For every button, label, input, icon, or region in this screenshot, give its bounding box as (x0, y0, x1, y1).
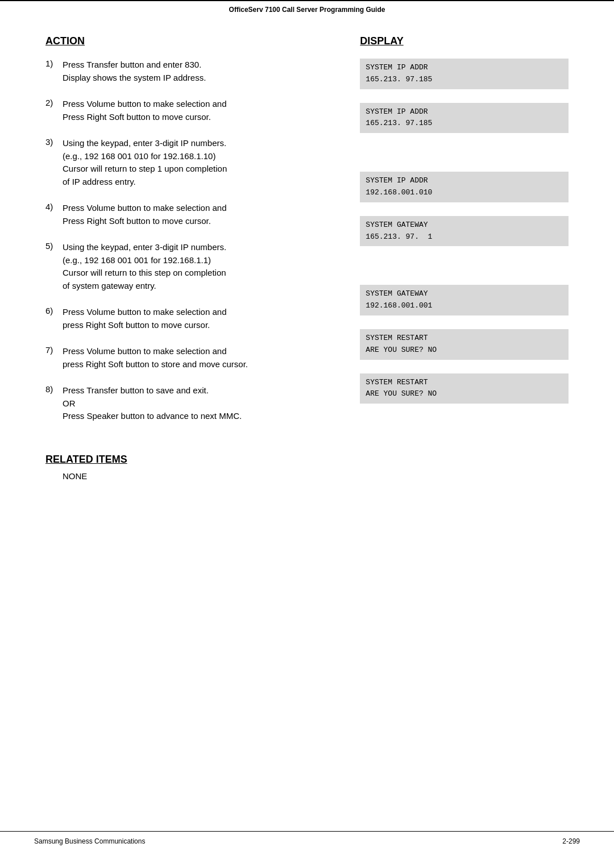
action-item: 8)Press Transfer button to save and exit… (45, 384, 337, 423)
display-group: SYSTEM GATEWAY165.213. 97. 1 (360, 216, 569, 247)
display-header: DISPLAY (360, 35, 569, 47)
related-items-content: NONE (45, 471, 569, 481)
action-item: 6)Press Volume button to make selection … (45, 306, 337, 331)
action-number: 4) (45, 202, 63, 211)
display-box: SYSTEM IP ADDR165.213. 97.185 (360, 103, 569, 134)
display-box: SYSTEM IP ADDR192.168.001.010 (360, 172, 569, 202)
display-group: SYSTEM RESTARTARE YOU SURE? NO (360, 329, 569, 360)
display-group: SYSTEM IP ADDR165.213. 97.185 (360, 59, 569, 89)
display-group: SYSTEM IP ADDR165.213. 97.185 (360, 103, 569, 134)
display-box-line: SYSTEM GATEWAY (366, 219, 563, 231)
display-box-line: 192.168.001.010 (366, 187, 563, 199)
main-content: ACTION 1)Press Transfer button and enter… (0, 18, 614, 526)
display-spacer (360, 147, 569, 172)
action-text: Press Volume button to make selection an… (63, 202, 227, 227)
display-box-line: SYSTEM GATEWAY (366, 288, 563, 300)
display-box-line: ARE YOU SURE? NO (366, 344, 563, 356)
display-box-line: SYSTEM RESTART (366, 333, 563, 344)
action-header: ACTION (45, 35, 337, 47)
display-group: SYSTEM GATEWAY192.168.001.001 (360, 285, 569, 315)
action-item: 1)Press Transfer button and enter 830.Di… (45, 59, 337, 84)
display-box: SYSTEM IP ADDR165.213. 97.185 (360, 59, 569, 89)
action-text: Press Volume button to make selection an… (63, 345, 248, 371)
display-box: SYSTEM GATEWAY165.213. 97. 1 (360, 216, 569, 247)
action-list: 1)Press Transfer button and enter 830.Di… (45, 59, 337, 423)
action-number: 2) (45, 98, 63, 107)
action-column: ACTION 1)Press Transfer button and enter… (45, 35, 337, 437)
action-text: Press Volume button to make selection an… (63, 98, 227, 123)
action-item: 5)Using the keypad, enter 3-digit IP num… (45, 241, 337, 292)
footer-left: Samsung Business Communications (34, 837, 145, 845)
header-title: OfficeServ 7100 Call Server Programming … (229, 6, 385, 14)
action-text: Using the keypad, enter 3-digit IP numbe… (63, 241, 226, 292)
display-box: SYSTEM RESTARTARE YOU SURE? NO (360, 373, 569, 404)
action-item: 4)Press Volume button to make selection … (45, 202, 337, 227)
action-item: 7)Press Volume button to make selection … (45, 345, 337, 371)
action-text: Press Volume button to make selection an… (63, 306, 227, 331)
page-header: OfficeServ 7100 Call Server Programming … (0, 0, 614, 18)
action-number: 6) (45, 306, 63, 315)
display-boxes: SYSTEM IP ADDR165.213. 97.185SYSTEM IP A… (360, 59, 569, 417)
action-number: 7) (45, 345, 63, 355)
display-box-line: 165.213. 97. 1 (366, 231, 563, 243)
display-column: DISPLAY SYSTEM IP ADDR165.213. 97.185SYS… (360, 35, 569, 417)
action-item: 3)Using the keypad, enter 3-digit IP num… (45, 137, 337, 188)
action-text: Press Transfer button to save and exit.O… (63, 384, 242, 423)
display-group: SYSTEM RESTARTARE YOU SURE? NO (360, 373, 569, 404)
action-number: 5) (45, 241, 63, 251)
action-text: Press Transfer button and enter 830.Disp… (63, 59, 206, 84)
display-box-line: SYSTEM IP ADDR (366, 106, 563, 118)
action-text: Using the keypad, enter 3-digit IP numbe… (63, 137, 227, 188)
related-items-section: RELATED ITEMS NONE (45, 454, 569, 481)
related-items-title: RELATED ITEMS (45, 454, 569, 466)
display-box-line: 192.168.001.001 (366, 300, 563, 312)
display-spacer (360, 260, 569, 285)
page-footer: Samsung Business Communications 2-299 (0, 831, 614, 851)
display-box: SYSTEM GATEWAY192.168.001.001 (360, 285, 569, 315)
display-box-line: SYSTEM IP ADDR (366, 62, 563, 74)
display-box-line: ARE YOU SURE? NO (366, 388, 563, 400)
display-box: SYSTEM RESTARTARE YOU SURE? NO (360, 329, 569, 360)
display-box-line: SYSTEM IP ADDR (366, 175, 563, 187)
action-number: 3) (45, 137, 63, 147)
display-box-line: SYSTEM RESTART (366, 377, 563, 389)
two-column-layout: ACTION 1)Press Transfer button and enter… (45, 35, 569, 437)
footer-right: 2-299 (562, 837, 580, 845)
display-box-line: 165.213. 97.185 (366, 74, 563, 86)
action-number: 8) (45, 384, 63, 394)
display-group: SYSTEM IP ADDR192.168.001.010 (360, 172, 569, 202)
display-box-line: 165.213. 97.185 (366, 118, 563, 130)
action-number: 1) (45, 59, 63, 68)
action-item: 2)Press Volume button to make selection … (45, 98, 337, 123)
